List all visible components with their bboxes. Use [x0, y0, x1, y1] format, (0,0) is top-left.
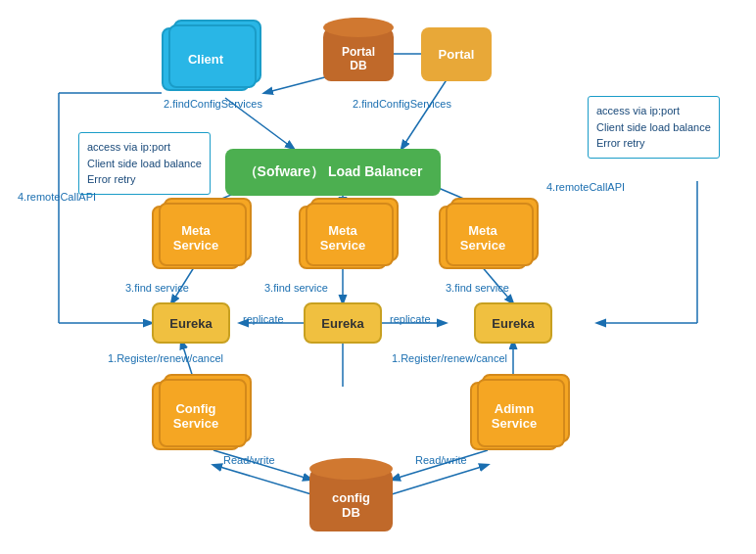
meta1-label: MetaService	[173, 223, 218, 253]
readwrite2-label: Read/write	[415, 454, 467, 466]
infobox1-line3: Error retry	[87, 171, 202, 188]
architecture-diagram: Client PortalDB Portal access via ip:por…	[0, 0, 756, 554]
meta2-label: MetaService	[320, 223, 365, 253]
infobox2-line2: Client side load balance	[596, 119, 711, 136]
configdb-label: configDB	[332, 490, 370, 520]
lb-label: （Sofware） Load Balancer	[244, 163, 423, 181]
svg-line-16	[213, 465, 311, 494]
eureka3-node: Eureka	[474, 302, 552, 344]
eureka2-node: Eureka	[304, 302, 382, 344]
eureka1-label: Eureka	[169, 316, 212, 331]
portaldb-node: PortalDB	[323, 18, 394, 81]
replicate1-label: replicate	[243, 313, 284, 325]
remotecall1-label: 4.remoteCallAPI	[18, 191, 96, 203]
find1-label: 3.find service	[125, 282, 189, 294]
infobox2-line1: access via ip:port	[596, 103, 711, 119]
meta1-node: MetaService	[152, 206, 240, 269]
portal-node: Portal	[421, 27, 492, 81]
findconfig1-label: 2.findConfigServices	[164, 98, 262, 110]
replicate2-label: replicate	[390, 313, 431, 325]
info-box-left: access via ip:port Client side load bala…	[78, 132, 211, 195]
infobox1-line1: access via ip:port	[87, 139, 202, 156]
configdb-top	[309, 458, 393, 480]
admin-node: AdimnService	[470, 382, 558, 450]
portaldb-top	[323, 18, 394, 37]
configdb-node: configDB	[309, 458, 393, 531]
eureka2-label: Eureka	[321, 316, 363, 331]
portal-label: Portal	[439, 47, 475, 62]
meta3-node: MetaService	[439, 206, 527, 269]
infobox1-line2: Client side load balance	[87, 156, 202, 172]
eureka1-node: Eureka	[152, 302, 230, 344]
meta3-label: MetaService	[460, 223, 505, 253]
remotecall2-label: 4.remoteCallAPI	[546, 181, 625, 193]
register1-label: 1.Register/renew/cancel	[108, 352, 223, 364]
config-node: ConfigService	[152, 382, 240, 450]
find2-label: 3.find service	[264, 282, 328, 294]
findconfig2-label: 2.findConfigServices	[353, 98, 451, 110]
infobox2-line3: Error retry	[596, 135, 711, 152]
config-label: ConfigService	[173, 401, 218, 431]
find3-label: 3.find service	[446, 282, 509, 294]
register2-label: 1.Register/renew/cancel	[392, 352, 507, 364]
lb-node: （Sofware） Load Balancer	[225, 149, 441, 196]
client-node: Client	[162, 27, 250, 91]
client-label: Client	[188, 52, 223, 67]
admin-label: AdimnService	[492, 401, 537, 431]
portaldb-label: PortalDB	[342, 45, 375, 72]
info-box-right: access via ip:port Client side load bala…	[588, 96, 720, 159]
meta2-node: MetaService	[299, 206, 387, 269]
eureka3-label: Eureka	[492, 316, 534, 331]
readwrite1-label: Read/write	[223, 454, 275, 466]
svg-line-17	[392, 465, 488, 494]
svg-line-3	[402, 78, 448, 149]
